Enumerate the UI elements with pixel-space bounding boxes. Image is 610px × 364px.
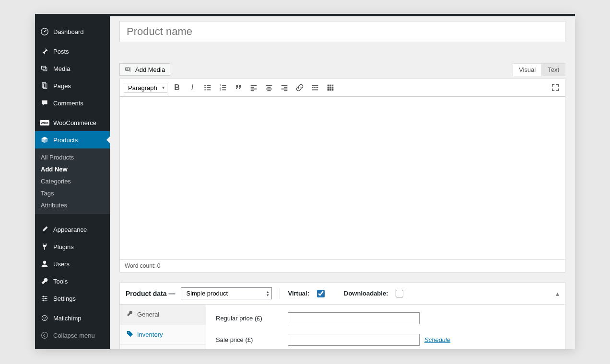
svg-rect-21: [207, 90, 211, 91]
svg-point-20: [204, 89, 206, 91]
product-type-select[interactable]: Simple product: [181, 287, 272, 299]
downloadable-label: Downloadable:: [344, 290, 388, 297]
svg-rect-49: [328, 87, 329, 89]
sidebar-item-label: Posts: [53, 48, 69, 55]
add-media-button[interactable]: Add Media: [119, 63, 170, 76]
svg-point-16: [204, 85, 206, 86]
dashboard-icon: [40, 27, 49, 36]
collapse-menu[interactable]: Collapse menu: [35, 327, 110, 344]
fullscreen-button[interactable]: [550, 82, 561, 93]
sidebar-item-products[interactable]: Products: [35, 131, 110, 148]
sidebar-item-pages[interactable]: Pages: [35, 77, 110, 94]
regular-price-label: Regular price (£): [216, 315, 288, 322]
submenu-add-new[interactable]: Add New: [35, 163, 110, 175]
submenu-attributes[interactable]: Attributes: [35, 199, 110, 211]
sidebar-item-users[interactable]: Users: [35, 255, 110, 273]
numbered-list-button[interactable]: 123: [217, 82, 229, 93]
bullet-list-button[interactable]: [202, 82, 213, 93]
svg-rect-47: [329, 85, 331, 87]
svg-point-15: [127, 68, 128, 70]
comment-icon: [40, 98, 49, 108]
sidebar-item-tools[interactable]: Tools: [35, 273, 110, 290]
media-icon: [40, 64, 49, 73]
svg-point-12: [45, 317, 46, 318]
regular-price-input[interactable]: [288, 312, 420, 324]
tab-general[interactable]: General: [120, 305, 206, 325]
sidebar-item-woocommerce[interactable]: woo WooCommerce: [35, 114, 110, 131]
wrench-icon: [40, 276, 49, 286]
svg-rect-46: [328, 85, 329, 87]
sidebar-item-label: Users: [53, 261, 70, 268]
pin-icon: [40, 46, 49, 56]
svg-text:3: 3: [220, 88, 221, 91]
svg-rect-4: [42, 83, 46, 88]
svg-rect-35: [267, 90, 270, 91]
woo-icon: woo: [40, 118, 49, 127]
sidebar-item-dashboard[interactable]: Dashboard: [35, 23, 110, 40]
sale-price-row: Sale price (£) Schedule: [216, 334, 555, 346]
tab-visual[interactable]: Visual: [513, 63, 542, 76]
svg-point-6: [43, 261, 46, 264]
product-data-header: Product data — Simple product ▴▾ Virtual…: [120, 283, 565, 305]
svg-rect-44: [317, 87, 318, 88]
italic-button[interactable]: I: [187, 82, 198, 93]
user-icon: [40, 259, 49, 269]
svg-rect-48: [332, 85, 334, 87]
svg-point-13: [42, 332, 48, 339]
brush-icon: [40, 225, 49, 234]
box-icon: [40, 135, 49, 145]
svg-rect-42: [312, 87, 314, 88]
schedule-link[interactable]: Schedule: [424, 336, 450, 343]
sidebar-item-label: Plugins: [53, 243, 74, 250]
sidebar-item-label: Dashboard: [53, 28, 84, 35]
tab-text[interactable]: Text: [541, 63, 565, 76]
svg-rect-33: [267, 87, 270, 88]
sidebar-item-mailchimp[interactable]: Mailchimp: [35, 309, 110, 327]
svg-rect-43: [314, 87, 316, 88]
sidebar-submenu: All Products Add New Categories Tags Att…: [35, 148, 110, 214]
link-button[interactable]: [294, 82, 305, 93]
blockquote-button[interactable]: [233, 82, 244, 93]
product-title-input[interactable]: [119, 21, 565, 42]
svg-rect-53: [329, 89, 331, 91]
submenu-tags[interactable]: Tags: [35, 187, 110, 199]
product-data-body: General Inventory Regular price (£) Sale…: [120, 305, 565, 349]
sidebar-item-plugins[interactable]: Plugins: [35, 238, 110, 255]
sale-price-input[interactable]: [288, 334, 420, 346]
word-count-status: Word count: 0: [119, 260, 565, 273]
toolbar-toggle-button[interactable]: [325, 82, 336, 93]
svg-rect-29: [251, 87, 254, 88]
submenu-categories[interactable]: Categories: [35, 175, 110, 187]
align-right-button[interactable]: [279, 82, 290, 93]
collapse-label: Collapse menu: [53, 332, 95, 339]
editor-textarea[interactable]: [119, 97, 565, 260]
submenu-all-products[interactable]: All Products: [35, 151, 110, 163]
sidebar-item-posts[interactable]: Posts: [35, 43, 110, 60]
sidebar-item-media[interactable]: Media: [35, 60, 110, 77]
downloadable-checkbox[interactable]: [396, 290, 403, 297]
sidebar-item-comments[interactable]: Comments: [35, 94, 110, 112]
align-left-button[interactable]: [248, 82, 259, 93]
panel-toggle-icon[interactable]: ▴: [556, 290, 559, 297]
svg-point-55: [128, 332, 129, 333]
svg-rect-31: [251, 90, 254, 91]
product-data-tabs: General Inventory: [120, 305, 206, 349]
admin-frame: Dashboard Posts Media Pages Comments woo…: [35, 14, 575, 349]
svg-rect-27: [222, 90, 226, 91]
sliders-icon: [40, 294, 49, 303]
read-more-button[interactable]: [309, 82, 321, 93]
svg-rect-52: [328, 89, 329, 91]
product-data-panel: Product data — Simple product ▴▾ Virtual…: [119, 282, 565, 349]
sidebar-item-label: Mailchimp: [53, 315, 82, 322]
bold-button[interactable]: B: [171, 82, 183, 93]
svg-point-18: [204, 87, 206, 89]
sidebar-item-settings[interactable]: Settings: [35, 290, 110, 307]
svg-rect-32: [266, 85, 272, 86]
sale-price-label: Sale price (£): [216, 336, 288, 343]
tab-inventory[interactable]: Inventory: [120, 325, 206, 345]
sidebar-item-appearance[interactable]: Appearance: [35, 221, 110, 238]
svg-point-11: [44, 317, 45, 318]
align-center-button[interactable]: [263, 82, 275, 93]
virtual-checkbox[interactable]: [317, 290, 325, 297]
format-select[interactable]: Paragraph: [124, 83, 167, 93]
